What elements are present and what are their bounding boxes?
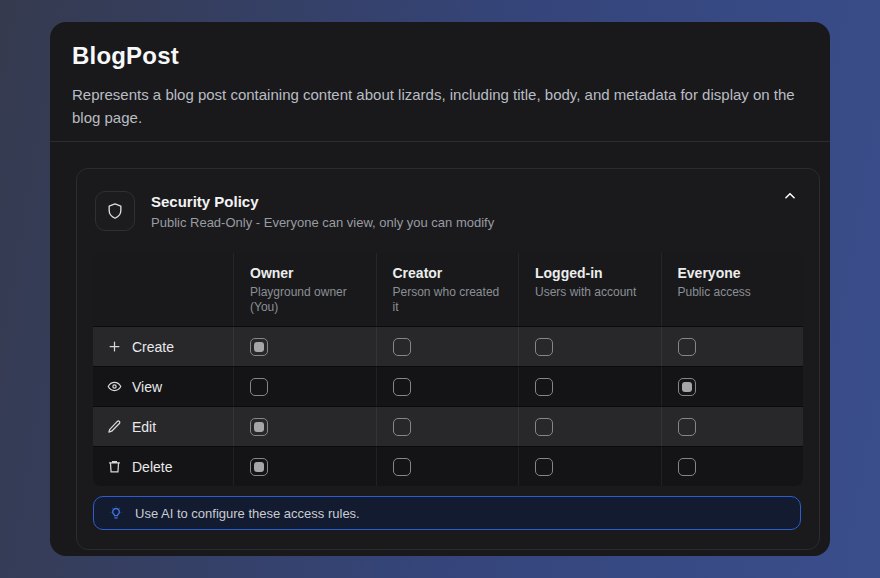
- checkbox-cell: [518, 447, 661, 486]
- shield-icon: [105, 201, 125, 221]
- ai-banner[interactable]: Use AI to configure these access rules.: [93, 496, 801, 530]
- row-label-cell: Create: [93, 327, 233, 366]
- page-description: Represents a blog post containing conten…: [72, 83, 808, 129]
- security-policy-subtitle: Public Read-Only - Everyone can view, on…: [151, 215, 494, 230]
- blogpost-card: BlogPost Represents a blog post containi…: [50, 22, 830, 556]
- checkbox-edit-creator[interactable]: [393, 418, 411, 436]
- table-corner-cell: [93, 253, 233, 326]
- column-sublabel: Public access: [678, 285, 788, 300]
- checkbox-view-creator[interactable]: [393, 378, 411, 396]
- checkbox-checked-fill: [682, 382, 692, 392]
- column-sublabel: Person who created it: [393, 285, 503, 315]
- lightbulb-icon: [107, 504, 125, 522]
- table-row-view: View: [93, 366, 803, 406]
- checkbox-delete-everyone[interactable]: [678, 458, 696, 476]
- checkbox-delete-owner[interactable]: [250, 458, 268, 476]
- checkbox-view-everyone[interactable]: [678, 378, 696, 396]
- page-background: BlogPost Represents a blog post containi…: [0, 0, 880, 578]
- checkbox-view-logged-in[interactable]: [535, 378, 553, 396]
- checkbox-cell: [518, 327, 661, 366]
- checkbox-cell: [376, 327, 519, 366]
- permissions-table: OwnerPlayground owner (You)CreatorPerson…: [93, 253, 803, 486]
- row-label-cell: Edit: [93, 407, 233, 446]
- checkbox-edit-logged-in[interactable]: [535, 418, 553, 436]
- checkbox-edit-owner[interactable]: [250, 418, 268, 436]
- checkbox-cell: [518, 367, 661, 406]
- table-row-create: Create: [93, 326, 803, 366]
- checkbox-create-creator[interactable]: [393, 338, 411, 356]
- table-row-delete: Delete: [93, 446, 803, 486]
- column-header-creator: CreatorPerson who created it: [376, 253, 519, 326]
- checkbox-cell: [233, 327, 376, 366]
- column-header-everyone: EveryonePublic access: [661, 253, 804, 326]
- column-header-owner: OwnerPlayground owner (You): [233, 253, 376, 326]
- checkbox-cell: [518, 407, 661, 446]
- column-sublabel: Users with account: [535, 285, 645, 300]
- chevron-up-icon: [783, 189, 797, 203]
- checkbox-cell: [376, 407, 519, 446]
- row-label: Create: [132, 339, 174, 355]
- column-label: Logged-in: [535, 265, 645, 281]
- checkbox-create-everyone[interactable]: [678, 338, 696, 356]
- column-label: Creator: [393, 265, 503, 281]
- checkbox-delete-logged-in[interactable]: [535, 458, 553, 476]
- pencil-icon: [107, 419, 122, 434]
- checkbox-checked-fill: [254, 342, 264, 352]
- card-header: BlogPost Represents a blog post containi…: [50, 22, 830, 142]
- security-policy-header: Security Policy Public Read-Only - Every…: [77, 169, 819, 253]
- eye-icon: [107, 379, 122, 394]
- checkbox-cell: [233, 407, 376, 446]
- column-label: Everyone: [678, 265, 788, 281]
- checkbox-create-logged-in[interactable]: [535, 338, 553, 356]
- checkbox-create-owner[interactable]: [250, 338, 268, 356]
- column-header-logged-in: Logged-inUsers with account: [518, 253, 661, 326]
- checkbox-cell: [233, 367, 376, 406]
- checkbox-cell: [376, 367, 519, 406]
- plus-icon: [107, 339, 122, 354]
- checkbox-cell: [661, 327, 804, 366]
- trash-icon: [107, 459, 122, 474]
- checkbox-edit-everyone[interactable]: [678, 418, 696, 436]
- checkbox-cell: [661, 407, 804, 446]
- checkbox-checked-fill: [254, 462, 264, 472]
- row-label: View: [132, 379, 162, 395]
- collapse-button[interactable]: [779, 185, 801, 207]
- row-label-cell: Delete: [93, 447, 233, 486]
- row-label: Delete: [132, 459, 172, 475]
- ai-banner-text: Use AI to configure these access rules.: [135, 506, 360, 521]
- row-label-cell: View: [93, 367, 233, 406]
- row-label: Edit: [132, 419, 156, 435]
- table-header-row: OwnerPlayground owner (You)CreatorPerson…: [93, 253, 803, 326]
- security-policy-title: Security Policy: [151, 193, 494, 210]
- checkbox-view-owner[interactable]: [250, 378, 268, 396]
- table-row-edit: Edit: [93, 406, 803, 446]
- checkbox-cell: [376, 447, 519, 486]
- shield-icon-button: [95, 191, 135, 231]
- column-sublabel: Playground owner (You): [250, 285, 360, 315]
- checkbox-cell: [661, 367, 804, 406]
- security-policy-panel: Security Policy Public Read-Only - Every…: [76, 168, 820, 550]
- checkbox-delete-creator[interactable]: [393, 458, 411, 476]
- checkbox-checked-fill: [254, 422, 264, 432]
- checkbox-cell: [661, 447, 804, 486]
- column-label: Owner: [250, 265, 360, 281]
- page-title: BlogPost: [72, 42, 808, 70]
- security-policy-titles: Security Policy Public Read-Only - Every…: [151, 193, 494, 230]
- checkbox-cell: [233, 447, 376, 486]
